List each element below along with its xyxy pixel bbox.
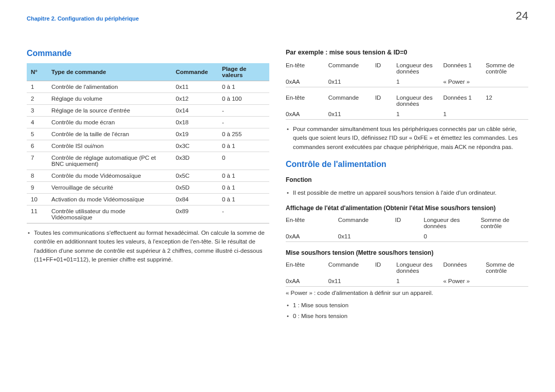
example-title: Par exemple : mise sous tension & ID=0 [286, 49, 528, 56]
col-num: N° [27, 63, 47, 81]
table-cell: 0x14 [172, 105, 218, 117]
table-cell: Contrôle de réglage automatique (PC et B… [47, 152, 172, 170]
table-cell: Contrôle du mode écran [47, 117, 172, 128]
table-cell: 11 [27, 206, 47, 223]
table-cell: 0 à 1 [218, 194, 269, 206]
set-power-table: En-tête Commande ID Longueur des données… [286, 259, 528, 287]
table-cell: 10 [27, 194, 47, 206]
col-cmd: Commande [172, 63, 218, 81]
col-type: Type de commande [47, 63, 172, 81]
table-cell: 2 [27, 93, 47, 105]
table-cell: 0 à 255 [218, 128, 269, 140]
table-cell: - [218, 206, 269, 223]
col-range: Plage de valeurs [218, 63, 269, 81]
left-column: Commande N° Type de commande Commande Pl… [27, 49, 269, 323]
power-control-title: Contrôle de l'alimentation [286, 160, 528, 169]
table-cell: 0x18 [172, 117, 218, 128]
table-cell: 7 [27, 152, 47, 170]
page-number: 24 [516, 9, 528, 23]
table-cell: 0x3D [172, 152, 218, 170]
table-cell: 0x5C [172, 170, 218, 182]
table-cell: 4 [27, 117, 47, 128]
set-power-title: Mise sous/hors tension (Mettre sous/hors… [286, 249, 528, 256]
table-cell: Contrôle utilisateur du mode Vidéomosaïq… [47, 206, 172, 223]
table-cell: 0 à 1 [218, 140, 269, 152]
table-cell: Contrôle de l'alimentation [47, 81, 172, 93]
command-table: N° Type de commande Commande Plage de va… [27, 63, 269, 223]
table-cell: 0x11 [172, 81, 218, 93]
hex-note: Toutes les communications s'effectuent a… [27, 229, 269, 264]
example-table-2: En-tête Commande ID Longueur des données… [286, 92, 528, 120]
table-cell: 3 [27, 105, 47, 117]
power-code-note: « Power » : code d'alimentation à défini… [286, 290, 528, 296]
table-cell: 0x3C [172, 140, 218, 152]
table-cell: 0x89 [172, 206, 218, 223]
table-cell: 0x12 [172, 93, 218, 105]
table-cell: 1 [27, 81, 47, 93]
table-cell: 0 à 100 [218, 93, 269, 105]
function-title: Fonction [286, 176, 528, 183]
table-cell: 0x84 [172, 194, 218, 206]
table-cell: Activation du mode Vidéomosaïque [47, 194, 172, 206]
function-text: Il est possible de mettre un appareil so… [286, 189, 528, 197]
table-cell: Contrôle de la taille de l'écran [47, 128, 172, 140]
table-cell: 0 [218, 152, 269, 170]
table-cell: - [218, 117, 269, 128]
example-table-1: En-tête Commande ID Longueur des données… [286, 60, 528, 87]
table-cell: 0 à 1 [218, 81, 269, 93]
power-off-value: 0 : Mise hors tension [286, 312, 528, 321]
chapter-title: Chapitre 2. Configuration du périphériqu… [27, 15, 528, 22]
table-cell: Verrouillage de sécurité [47, 182, 172, 194]
table-cell: 9 [27, 182, 47, 194]
get-power-title: Affichage de l'état d'alimentation (Obte… [286, 204, 528, 212]
table-cell: Contrôle ISI oui/non [47, 140, 172, 152]
section-title-commande: Commande [27, 49, 269, 58]
table-cell: Contrôle du mode Vidéomosaïque [47, 170, 172, 182]
table-cell: Réglage du volume [47, 93, 172, 105]
table-cell: 0x19 [172, 128, 218, 140]
power-on-value: 1 : Mise sous tension [286, 301, 528, 310]
table-cell: - [218, 105, 269, 117]
right-column: Par exemple : mise sous tension & ID=0 E… [286, 49, 528, 323]
table-cell: 5 [27, 128, 47, 140]
table-cell: 0x5D [172, 182, 218, 194]
broadcast-note: Pour commander simultanément tous les pé… [286, 125, 528, 152]
table-cell: 0 à 1 [218, 170, 269, 182]
get-power-table: En-tête Commande ID Longueur des données… [286, 215, 528, 242]
table-cell: 8 [27, 170, 47, 182]
table-cell: 0 à 1 [218, 182, 269, 194]
table-cell: 6 [27, 140, 47, 152]
table-cell: Réglage de la source d'entrée [47, 105, 172, 117]
